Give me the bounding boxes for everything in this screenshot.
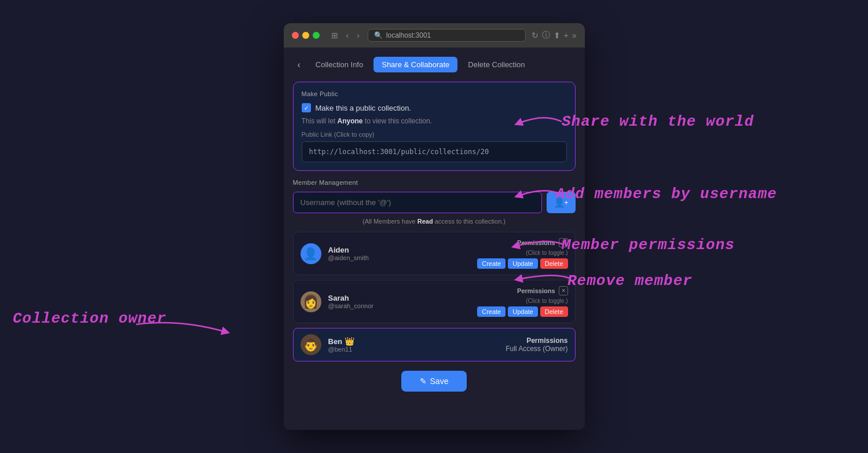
public-checkbox[interactable]: ✓ — [302, 103, 311, 112]
new-tab-icon[interactable]: + — [564, 31, 569, 40]
make-public-label: Make Public — [302, 90, 567, 97]
member-info-ben: Ben 👑 @ben11 — [328, 337, 499, 353]
save-icon: ✎ — [420, 377, 427, 386]
browser-titlebar: ⊞ ‹ › 🔍 localhost:3001 ↻ ⓘ ⬆ + » — [284, 23, 585, 48]
member-card-aiden: 👤 Aiden @aiden_smith Permissions ✕ (Clic… — [293, 232, 576, 275]
permissions-aiden: Permissions ✕ (Click to toggle.) Create … — [477, 238, 567, 269]
toggle-note-sarah: (Click to toggle.) — [477, 298, 567, 304]
tab-delete-collection[interactable]: Delete Collection — [460, 57, 533, 72]
public-helper-text: This will let Anyone to view this collec… — [302, 117, 567, 125]
save-section: ✎ Save — [293, 371, 576, 392]
perm-create-aiden[interactable]: Create — [477, 258, 506, 269]
tab-navigation: ‹ Collection Info Share & Collaborate De… — [293, 57, 576, 72]
annotation-add-members: Add members by username — [556, 185, 777, 203]
owner-crown-icon: 👑 — [345, 337, 354, 346]
toggle-note-aiden: (Click to toggle.) — [477, 250, 567, 256]
address-text: localhost:3001 — [386, 31, 431, 39]
minimize-window-btn[interactable] — [302, 32, 309, 39]
member-management-label: Member Management — [293, 179, 576, 186]
annotation-remove-member: Remove member — [567, 272, 693, 290]
add-member-btn[interactable]: 👤 + — [547, 192, 575, 213]
public-checkbox-row: ✓ Make this a public collection. — [302, 103, 567, 112]
page-content: ‹ Collection Info Share & Collaborate De… — [284, 48, 585, 430]
reload-icon[interactable]: ↻ — [532, 31, 539, 40]
more-icon[interactable]: » — [572, 31, 577, 40]
member-info-aiden: Aiden @aiden_smith — [328, 246, 471, 261]
tab-share-collaborate[interactable]: Share & Collaborate — [373, 57, 457, 72]
perms-label-ben: Permissions — [506, 337, 567, 345]
perm-delete-aiden[interactable]: Delete — [540, 258, 568, 269]
sidebar-toggle-btn[interactable]: ⊞ — [329, 30, 340, 41]
add-member-icon: 👤 — [554, 197, 565, 208]
nav-back-btn[interactable]: ‹ — [293, 57, 305, 72]
perm-update-sarah[interactable]: Update — [508, 306, 537, 317]
address-bar[interactable]: 🔍 localhost:3001 — [368, 29, 526, 42]
perms-label-sarah: Permissions — [517, 287, 555, 294]
permissions-header-aiden: Permissions ✕ — [477, 238, 567, 247]
save-btn[interactable]: ✎ Save — [401, 371, 467, 392]
annotation-collection-owner: Collection owner — [13, 310, 167, 327]
remove-member-sarah-btn[interactable]: ✕ — [559, 286, 568, 295]
permissions-sarah: Permissions ✕ (Click to toggle.) Create … — [477, 286, 567, 317]
browser-actions: ↻ ⓘ ⬆ + » — [532, 30, 577, 41]
info-icon[interactable]: ⓘ — [542, 30, 550, 41]
close-window-btn[interactable] — [292, 32, 299, 39]
arrow-collection-owner — [133, 316, 237, 345]
avatar-aiden: 👤 — [301, 243, 321, 264]
add-member-row: 👤 + — [293, 192, 576, 213]
member-info-sarah: Sarah @sarah_connor — [328, 294, 471, 309]
avatar-ben: 👨 — [301, 334, 321, 355]
save-label: Save — [430, 377, 449, 386]
annotation-member-perms: Member permissions — [562, 236, 735, 254]
member-username-sarah: @sarah_connor — [328, 302, 471, 309]
user-icon-aiden: 👤 — [303, 247, 318, 261]
member-username-ben: @ben11 — [328, 346, 499, 353]
perm-buttons-aiden: Create Update Delete — [477, 258, 567, 269]
remove-member-aiden-btn[interactable]: ✕ — [559, 238, 568, 247]
perm-buttons-sarah: Create Update Delete — [477, 306, 567, 317]
perm-create-sarah[interactable]: Create — [477, 306, 506, 317]
perms-label-aiden: Permissions — [517, 239, 555, 246]
annotation-share-world: Share with the world — [562, 113, 754, 130]
share-icon[interactable]: ⬆ — [554, 31, 561, 40]
perms-value-ben: Full Access (Owner) — [506, 345, 567, 353]
back-btn[interactable]: ‹ — [344, 30, 351, 41]
public-link-url[interactable]: http://localhost:3001/public/collections… — [302, 141, 567, 162]
member-card-sarah: 👩 Sarah @sarah_connor Permissions ✕ (Cli… — [293, 280, 576, 323]
permissions-ben: Permissions Full Access (Owner) — [506, 337, 567, 353]
traffic-lights — [292, 32, 320, 39]
maximize-window-btn[interactable] — [313, 32, 320, 39]
browser-window: ⊞ ‹ › 🔍 localhost:3001 ↻ ⓘ ⬆ + » ‹ Colle… — [284, 23, 585, 430]
plus-icon: + — [564, 199, 568, 207]
member-name-sarah: Sarah — [328, 294, 471, 302]
perm-update-aiden[interactable]: Update — [508, 258, 537, 269]
public-checkbox-label: Make this a public collection. — [316, 104, 411, 112]
username-input[interactable] — [293, 192, 543, 213]
member-name-aiden: Aiden — [328, 246, 471, 254]
search-icon: 🔍 — [374, 31, 383, 39]
member-username-aiden: @aiden_smith — [328, 254, 471, 261]
avatar-sarah: 👩 — [301, 291, 321, 312]
member-management-section: Member Management 👤 + (All Members have … — [293, 179, 576, 361]
access-note: (All Members have Read access to this co… — [293, 218, 576, 225]
browser-controls: ⊞ ‹ › — [329, 30, 362, 41]
permissions-header-sarah: Permissions ✕ — [477, 286, 567, 295]
perm-delete-sarah[interactable]: Delete — [540, 306, 568, 317]
member-card-ben: 👨 Ben 👑 @ben11 Permissions Full Access (… — [293, 328, 576, 361]
public-link-label: Public Link (Click to copy) — [302, 131, 567, 138]
tab-collection-info[interactable]: Collection Info — [307, 57, 371, 72]
make-public-section: Make Public ✓ Make this a public collect… — [293, 82, 576, 171]
forward-btn[interactable]: › — [354, 30, 362, 41]
member-name-ben: Ben 👑 — [328, 337, 499, 346]
